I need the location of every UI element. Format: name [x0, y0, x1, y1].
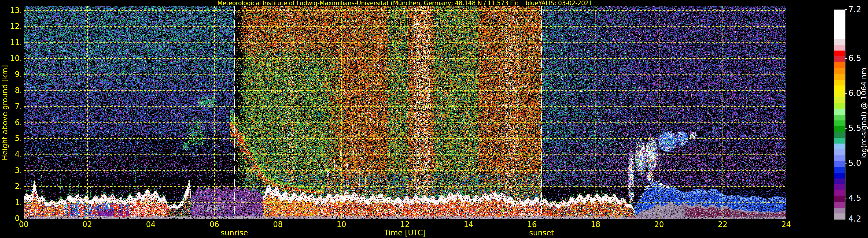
colorbar-segment	[834, 173, 845, 178]
colorbar-segment	[834, 91, 845, 97]
y-tick: 9.	[0, 70, 22, 78]
colorbar-tick-label: 7.2	[848, 5, 861, 14]
colorbar-tick-label: 4.2	[848, 215, 861, 223]
colorbar-segment	[834, 86, 845, 91]
colorbar-tickmark	[845, 128, 847, 129]
lidar-quicklook-figure: Meteorological Institute of Ludwig-Maxim…	[0, 0, 868, 238]
y-tick: 4.	[0, 150, 22, 159]
colorbar-tickmark	[845, 58, 847, 59]
colorbar-segment	[834, 184, 845, 190]
colorbar-segment	[834, 21, 845, 27]
colorbar-tick-label: 6.5	[848, 54, 861, 63]
colorbar-segment	[834, 10, 845, 15]
sunset-label: sunset	[513, 229, 570, 237]
colorbar-segment	[834, 39, 845, 45]
colorbar-segment	[834, 143, 845, 149]
colorbar-tick-label: 5.0	[848, 159, 861, 168]
y-tick: 12.	[0, 22, 22, 31]
y-tick: 1.	[0, 198, 22, 207]
colorbar-segment	[834, 74, 845, 80]
y-tick: 10.	[0, 54, 22, 63]
x-tick: 24	[773, 220, 799, 229]
heatmap-canvas	[24, 6, 786, 219]
y-tick: 7.	[0, 102, 22, 111]
colorbar-tickmark	[845, 163, 847, 164]
y-tick: 6.	[0, 118, 22, 127]
figure-title: Meteorological Institute of Ludwig-Maxim…	[24, 0, 786, 6]
colorbar-segment	[834, 202, 845, 208]
colorbar-tick-label: 4.5	[848, 194, 861, 202]
colorbar-tickmark	[845, 219, 847, 219]
colorbar-segment	[834, 167, 845, 173]
colorbar-segment	[834, 80, 845, 86]
colorbar-segment	[834, 15, 845, 21]
x-tick: 02	[74, 220, 100, 229]
colorbar-segment	[834, 138, 845, 143]
y-tick: 8.	[0, 86, 22, 95]
y-axis-label: Height above ground [km]	[1, 65, 9, 160]
x-tick: 10	[328, 220, 354, 229]
x-axis-label: Time [UTC]	[367, 229, 442, 237]
colorbar-segment	[834, 62, 845, 68]
colorbar	[834, 9, 845, 219]
colorbar-segment	[834, 27, 845, 33]
colorbar-tickmark	[845, 9, 847, 10]
x-tick: 18	[583, 220, 609, 229]
x-tick: 04	[138, 220, 164, 229]
colorbar-segment	[834, 126, 845, 132]
colorbar-segment	[834, 196, 845, 202]
x-tick: 12	[392, 220, 418, 229]
x-tick: 16	[519, 220, 545, 229]
x-tick: 08	[265, 220, 291, 229]
colorbar-segment	[834, 103, 845, 109]
colorbar-segment	[834, 132, 845, 138]
x-tick: 20	[646, 220, 672, 229]
colorbar-segment	[834, 97, 845, 103]
colorbar-tickmark	[845, 198, 847, 198]
colorbar-segment	[834, 208, 845, 213]
x-tick: 14	[456, 220, 482, 229]
y-tick: 3.	[0, 166, 22, 175]
colorbar-segment	[834, 33, 845, 39]
colorbar-segment	[834, 109, 845, 114]
colorbar-segment	[834, 156, 845, 161]
x-tick: 06	[201, 220, 227, 229]
colorbar-segment	[834, 213, 845, 219]
colorbar-tickmark	[845, 93, 847, 94]
colorbar-segment	[834, 56, 845, 62]
y-tick: 2.	[0, 182, 22, 191]
y-tick: 13.	[0, 6, 22, 15]
colorbar-segment	[834, 149, 845, 155]
colorbar-segment	[834, 115, 845, 121]
colorbar-label: log(rc-signal) @ 1064 nm	[860, 68, 868, 159]
y-tick: 5.	[0, 134, 22, 143]
colorbar-segment	[834, 178, 845, 184]
colorbar-segment	[834, 190, 845, 196]
y-tick: 11.	[0, 38, 22, 47]
colorbar-segment	[834, 45, 845, 50]
colorbar-segment	[834, 68, 845, 74]
colorbar-segment	[834, 50, 845, 56]
colorbar-segment	[834, 161, 845, 167]
sunrise-label: sunrise	[205, 229, 263, 237]
x-tick: 22	[710, 220, 736, 229]
colorbar-segment	[834, 121, 845, 126]
x-tick: 00	[11, 220, 37, 229]
